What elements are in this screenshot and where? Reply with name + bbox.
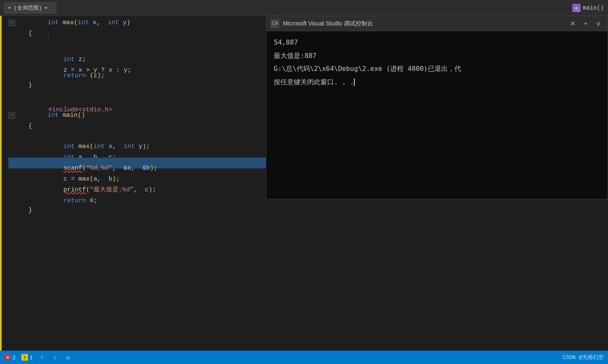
debug-controls: ✕ + ∨ bbox=[568, 19, 603, 28]
main-layout: − int max(int x, int y) { int z; bbox=[0, 16, 608, 351]
left-gutter bbox=[0, 16, 8, 351]
nav-arrow-btn[interactable]: ◁ bbox=[64, 353, 71, 362]
debug-output-line-1: 54,887 bbox=[274, 37, 600, 48]
debug-output-line-3: G:\总\代码\2\x64\Debug\2.exe (进程 4800)已退出，代 bbox=[274, 63, 600, 74]
debug-content: 54,887 最大值是:887 G:\总\代码\2\x64\Debug\2.ex… bbox=[266, 31, 608, 199]
dropdown-arrow-left: ▾ bbox=[8, 5, 11, 11]
warn-icon: ! bbox=[21, 354, 28, 361]
yellow-indicator-bar bbox=[0, 16, 2, 351]
main-function-selector[interactable]: ◈ main() bbox=[572, 4, 604, 12]
line-22-content: } bbox=[17, 205, 32, 216]
collapse-btn-2[interactable]: − bbox=[8, 112, 15, 119]
main-icon: ◈ bbox=[572, 4, 580, 12]
status-warn-item[interactable]: ! 1 bbox=[21, 354, 33, 361]
scope-dropdown[interactable]: ▾ (全局范围) ▾ bbox=[4, 3, 56, 13]
status-bar: ✕ 2 ! 1 ↑ ↓ ◁ CSDN @无烁幻空 bbox=[0, 351, 608, 364]
debug-icon-text: CA bbox=[272, 21, 278, 27]
debug-output-line-2: 最大值是:887 bbox=[274, 50, 600, 61]
main-function-area: ◈ main() bbox=[572, 4, 604, 12]
debug-add-btn[interactable]: + bbox=[581, 19, 590, 28]
debug-output-line-4: 按任意键关闭此窗口. . . bbox=[274, 77, 600, 88]
status-error-item[interactable]: ✕ 2 bbox=[4, 354, 15, 361]
scope-label: (全局范围) bbox=[14, 4, 42, 12]
code-line-21 bbox=[8, 201, 608, 205]
debug-cursor bbox=[354, 78, 355, 86]
debug-titlebar: CA Microsoft Visual Studio 调试控制台 ✕ + ∨ bbox=[266, 16, 608, 31]
code-line-22: } bbox=[8, 205, 608, 216]
watermark: CSDN @无烁幻空 bbox=[563, 354, 604, 361]
top-toolbar: ▾ (全局范围) ▾ ◈ main() bbox=[0, 0, 608, 16]
collapse-btn-1[interactable]: − bbox=[8, 20, 15, 26]
debug-title: Microsoft Visual Studio 调试控制台 bbox=[283, 20, 373, 28]
down-arrow-btn[interactable]: ↓ bbox=[51, 353, 58, 361]
main-label: main() bbox=[583, 5, 604, 11]
error-count: 2 bbox=[13, 354, 15, 361]
scope-arrow: ▾ bbox=[44, 5, 48, 11]
debug-window-icon: CA bbox=[270, 19, 280, 28]
warn-count: 1 bbox=[30, 354, 33, 361]
up-arrow-btn[interactable]: ↑ bbox=[38, 353, 45, 361]
debug-window: CA Microsoft Visual Studio 调试控制台 ✕ + ∨ 5… bbox=[266, 16, 608, 199]
debug-close-btn[interactable]: ✕ bbox=[568, 19, 578, 28]
debug-dropdown-btn[interactable]: ∨ bbox=[593, 19, 603, 28]
error-icon: ✕ bbox=[4, 354, 11, 361]
